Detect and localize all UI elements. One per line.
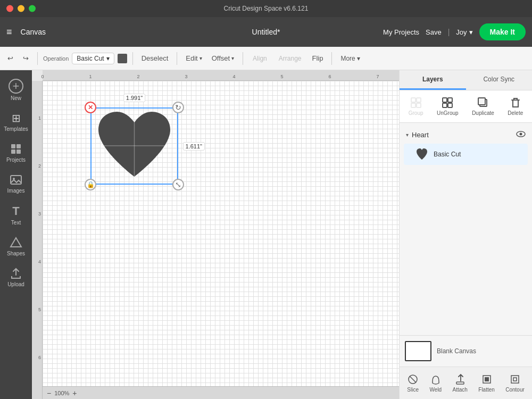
color-swatch[interactable] [118, 54, 127, 63]
sidebar-item-shapes[interactable]: Shapes [2, 232, 30, 261]
app-title: Cricut Design Space v6.6.121 [224, 5, 309, 12]
rotate-icon[interactable]: ↻ [172, 102, 184, 113]
sidebar-item-templates[interactable]: ⊞ Templates [2, 107, 30, 136]
lock-icon[interactable]: 🔒 [85, 179, 96, 190]
flatten-tool[interactable]: Flatten [474, 371, 499, 395]
operation-select[interactable]: Basic Cut ▾ [72, 53, 114, 64]
contour-tool[interactable]: Contour [501, 371, 529, 395]
layer-group-header[interactable]: ▾ Heart [404, 127, 528, 142]
sidebar-item-label: Templates [4, 126, 28, 132]
svg-rect-10 [411, 103, 415, 107]
sidebar-item-label: Images [7, 188, 25, 194]
sidebar-item-images[interactable]: Images [2, 169, 30, 198]
zoom-bar: − 100% + [43, 386, 399, 399]
main-content: + New ⊞ Templates Projects Images T Text… [0, 70, 532, 399]
username-label: Joy [456, 28, 467, 36]
canvas-grid[interactable]: 1.991" 1.611" ✕ ↻ 🔒 ⤡ [43, 81, 399, 386]
edit-button[interactable]: Edit ▾ [182, 52, 205, 64]
projects-icon [10, 143, 22, 155]
group-action[interactable]: Group [404, 95, 428, 118]
slice-tool[interactable]: Slice [403, 371, 423, 395]
resize-handle[interactable]: ⤡ [172, 179, 184, 190]
hamburger-icon[interactable]: ≡ [6, 27, 12, 38]
my-projects-link[interactable]: My Projects [383, 28, 419, 36]
save-link[interactable]: Save [426, 28, 442, 36]
more-label: More ▾ [340, 55, 360, 62]
make-it-button[interactable]: Make It [479, 23, 526, 40]
tab-color-sync-label: Color Sync [483, 76, 514, 83]
operation-label: Operation [43, 55, 69, 62]
ruler-vertical: 1 2 3 4 5 6 7 [32, 81, 43, 399]
tab-layers-label: Layers [422, 76, 443, 83]
close-button[interactable] [6, 5, 13, 12]
more-button[interactable]: More ▾ [337, 53, 363, 64]
sidebar-item-new[interactable]: + New [2, 74, 30, 105]
zoom-level: 100% [54, 390, 69, 396]
layer-thumbnail [414, 147, 429, 162]
blank-canvas-label: Blank Canvas [437, 347, 476, 355]
tab-layers[interactable]: Layers [400, 70, 466, 90]
svg-rect-15 [448, 103, 452, 107]
canvas-area[interactable]: 0 1 2 3 4 5 6 7 8 9 1 2 3 4 5 6 7 1.991"… [32, 70, 399, 399]
separator2 [132, 52, 133, 65]
tab-color-sync[interactable]: Color Sync [466, 70, 533, 90]
upload-icon [10, 267, 22, 280]
weld-tool[interactable]: Weld [426, 371, 446, 395]
redo-button[interactable]: ↪ [20, 52, 32, 64]
minimize-button[interactable] [18, 5, 24, 12]
sidebar-item-label: New [11, 95, 21, 101]
rotate-handle[interactable]: ↻ [172, 102, 184, 113]
delete-icon[interactable]: ✕ [85, 102, 96, 113]
delete-action[interactable]: Delete [503, 95, 527, 118]
svg-rect-24 [485, 377, 489, 381]
contour-label: Contour [505, 387, 525, 393]
svg-rect-22 [456, 382, 464, 384]
ungroup-action[interactable]: UnGroup [433, 95, 463, 118]
svg-line-21 [410, 376, 416, 383]
heart-shape-container[interactable]: 1.991" 1.611" ✕ ↻ 🔒 ⤡ [90, 107, 178, 185]
zoom-out-button[interactable]: − [47, 389, 51, 397]
svg-rect-11 [417, 103, 421, 107]
redo-icon: ↪ [23, 54, 29, 62]
layer-item-basic-cut[interactable]: Basic Cut [404, 144, 528, 165]
divider: | [448, 28, 450, 36]
resize-icon[interactable]: ⤡ [172, 179, 184, 190]
attach-label: Attach [453, 387, 468, 393]
sidebar-item-upload[interactable]: Upload [2, 263, 30, 292]
header: ≡ Canvas Untitled* My Projects Save | Jo… [0, 17, 532, 47]
group-icon [410, 97, 422, 109]
separator5 [331, 52, 332, 65]
flip-label: Flip [312, 54, 323, 62]
sidebar-item-text[interactable]: T Text [2, 200, 30, 230]
panel-actions: Group UnGroup Duplicate [400, 90, 532, 123]
operation-group: Operation Basic Cut ▾ [43, 53, 127, 64]
zoom-in-button[interactable]: + [72, 389, 77, 397]
group-label: Group [409, 110, 423, 116]
layer-visibility-icon[interactable] [516, 130, 526, 139]
deselect-button[interactable]: Deselect [138, 52, 172, 64]
user-menu[interactable]: Joy ▾ [456, 28, 472, 36]
duplicate-icon [477, 97, 489, 109]
layer-list: ▾ Heart Basic Cut [400, 123, 532, 335]
align-button[interactable]: Align [248, 53, 271, 64]
delete-handle[interactable]: ✕ [85, 102, 96, 113]
flip-button[interactable]: Flip [309, 52, 327, 64]
attach-icon [454, 373, 466, 385]
duplicate-action[interactable]: Duplicate [468, 95, 498, 118]
attach-tool[interactable]: Attach [448, 371, 472, 395]
sidebar-item-projects[interactable]: Projects [2, 138, 30, 167]
lock-handle[interactable]: 🔒 [85, 179, 96, 190]
svg-rect-3 [16, 149, 21, 154]
toolbar2: ↩ ↪ Operation Basic Cut ▾ Deselect Edit … [0, 47, 532, 70]
images-icon [10, 173, 22, 186]
undo-button[interactable]: ↩ [4, 52, 16, 64]
svg-rect-26 [513, 378, 517, 381]
offset-button[interactable]: Offset ▾ [209, 52, 237, 64]
sidebar-item-label: Upload [7, 281, 24, 287]
panel-tabs: Layers Color Sync [400, 70, 532, 90]
canvas-label: Canvas [21, 28, 46, 36]
height-dimension: 1.611" [183, 142, 205, 151]
maximize-button[interactable] [29, 5, 36, 12]
arrange-button[interactable]: Arrange [275, 53, 306, 64]
svg-point-19 [520, 133, 522, 136]
